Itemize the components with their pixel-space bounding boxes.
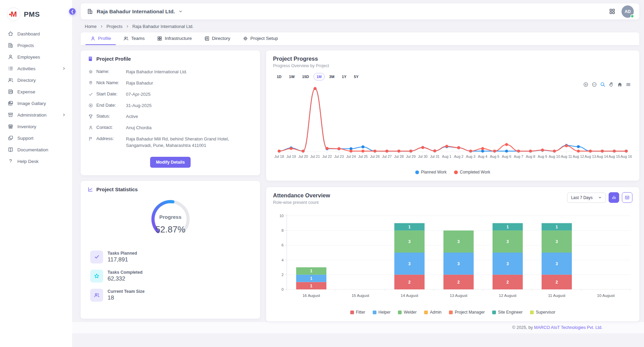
sidebar-item-support[interactable]: Support: [2, 132, 70, 144]
range-button-1w[interactable]: 1W: [286, 73, 298, 80]
bar-view-button[interactable]: [609, 192, 619, 203]
field-end-date: End Date: 31-Aug-2025: [87, 100, 253, 111]
legend-item-admin[interactable]: Admin: [424, 310, 441, 315]
selection-zoom-icon[interactable]: [600, 82, 606, 87]
modify-details-button[interactable]: Modify Details: [150, 157, 191, 168]
attendance-bar-chart[interactable]: 024681011116 August15 August233114 Augus…: [273, 205, 632, 307]
field-status: Status: Active: [87, 111, 253, 122]
breadcrumb-projects[interactable]: Projects: [107, 24, 123, 29]
range-button-3m[interactable]: 3M: [326, 73, 337, 80]
tab-profile[interactable]: Profile: [85, 32, 116, 45]
trophy-icon: [88, 114, 93, 119]
stat-label: Current Team Size: [108, 289, 145, 294]
tab-project-setup[interactable]: Project Setup: [238, 32, 283, 45]
legend-item-supervisor[interactable]: Supervisor: [530, 310, 555, 315]
field-value: 31-Aug-2025: [126, 103, 151, 109]
sidebar-item-administration[interactable]: Administration: [2, 109, 70, 121]
legend-item-project-manager[interactable]: Project Manager: [449, 310, 485, 315]
svg-text:3: 3: [457, 261, 460, 266]
sidebar-item-dashboard[interactable]: Dashboard: [2, 28, 70, 40]
svg-text:1: 1: [310, 284, 312, 288]
legend-item-welder[interactable]: Welder: [398, 310, 417, 315]
reset-home-icon[interactable]: [617, 82, 623, 87]
table-view-button[interactable]: [622, 192, 632, 203]
field-contact: Contact: Anuj Chordia: [87, 122, 253, 134]
breadcrumb-home[interactable]: Home: [85, 24, 97, 29]
sidebar-item-help-desk[interactable]: Help Desk: [2, 155, 70, 167]
legend-swatch: [492, 311, 496, 314]
sidebar-collapse-button[interactable]: ❮: [69, 8, 76, 15]
legend-label: Helper: [379, 310, 390, 315]
field-label: Start Date:: [96, 91, 123, 96]
tab-label: Directory: [212, 36, 230, 41]
stat-value: 18: [108, 295, 145, 301]
bar-chart-icon: [611, 195, 616, 200]
range-button-5y[interactable]: 5Y: [351, 73, 361, 80]
footer: © 2025, by MARCO AIoT Technologies Pvt. …: [72, 322, 644, 333]
user-avatar[interactable]: AD: [622, 5, 634, 18]
book-icon: [7, 147, 14, 153]
legend-item-site-engineer[interactable]: Site Engineer: [492, 310, 522, 315]
tab-label: Profile: [98, 36, 111, 41]
sidebar-item-directory[interactable]: Directory: [2, 74, 70, 86]
legend-swatch: [530, 311, 534, 314]
legend-item-helper[interactable]: Helper: [373, 310, 390, 315]
card-title: Project Profile: [96, 56, 131, 62]
svg-text:Aug 16: Aug 16: [621, 155, 632, 159]
tab-teams[interactable]: Teams: [118, 32, 149, 45]
field-label: End Date:: [96, 103, 123, 108]
stat-tasks-planned: Tasks Planned 117,891: [87, 247, 253, 267]
zoom-out-icon[interactable]: [592, 82, 597, 87]
svg-text:2: 2: [281, 273, 284, 277]
apps-grid-button[interactable]: [609, 8, 615, 15]
gauge-label: Progress: [148, 214, 193, 220]
field-label: Nick Name:: [96, 80, 123, 85]
sidebar-item-expense[interactable]: Expense: [2, 86, 70, 97]
stat-tasks-completed: Tasks Completed 62,332: [87, 267, 253, 286]
chevron-right-icon: [126, 25, 129, 28]
range-button-1m[interactable]: 1M: [313, 73, 325, 80]
legend-item-completed-work[interactable]: Completed Work: [454, 170, 490, 175]
sidebar-item-documentation[interactable]: Documentation: [2, 144, 70, 155]
date-range-select[interactable]: Last 7 Days: [567, 193, 606, 203]
menu-icon[interactable]: [626, 82, 631, 87]
legend-item-planned-work[interactable]: Planned Work: [415, 170, 447, 175]
sidebar-item-inventory[interactable]: Inventory: [2, 121, 70, 132]
legend-item-fitter[interactable]: Fitter: [350, 310, 365, 315]
sidebar-item-activities[interactable]: Activities: [2, 63, 70, 74]
range-button-15d[interactable]: 15D: [299, 73, 312, 80]
sidebar-item-employees[interactable]: Employees: [2, 51, 70, 63]
svg-text:8: 8: [281, 228, 284, 232]
field-address: Address: Raja Bahadur Mill Rd, behind Sh…: [87, 134, 253, 151]
svg-text:Jul 31: Jul 31: [430, 155, 439, 159]
company-selector[interactable]: Raja Bahadur International Ltd.: [87, 8, 183, 15]
legend-label: Supervisor: [536, 310, 555, 315]
tab-infrastructure[interactable]: Infrastructure: [152, 32, 197, 45]
sidebar-item-image-gallery[interactable]: Image Gallary: [2, 97, 70, 109]
gear-icon: [88, 69, 93, 74]
range-button-1y[interactable]: 1Y: [339, 73, 349, 80]
svg-text:10 August: 10 August: [597, 293, 615, 298]
team-icon: [94, 292, 100, 298]
field-label: Status:: [96, 114, 123, 119]
app-logo[interactable]: M PMS: [0, 5, 72, 27]
svg-text:Aug 9: Aug 9: [538, 155, 547, 159]
receipt-icon: [7, 89, 14, 95]
card-title: Project Statistics: [96, 186, 138, 192]
pan-icon[interactable]: [609, 82, 614, 87]
legend-label: Fitter: [356, 310, 365, 315]
legend-swatch: [415, 170, 419, 174]
svg-text:Aug 2: Aug 2: [454, 155, 464, 159]
svg-text:15 August: 15 August: [352, 293, 369, 298]
company-link[interactable]: MARCO AIoT Technologies Pvt. Ltd.: [534, 325, 602, 330]
fingerprint-icon: [88, 80, 93, 86]
range-button-1d[interactable]: 1D: [274, 73, 285, 80]
circle-dot-icon: [88, 103, 93, 108]
tab-directory[interactable]: Directory: [199, 32, 235, 45]
sidebar-item-projects[interactable]: Projects: [2, 40, 70, 51]
progress-line-chart[interactable]: Jul 18Jul 19Jul 20Jul 21Jul 22Jul 23Jul …: [273, 81, 632, 167]
person-icon: [7, 54, 14, 60]
logo-icon: M: [7, 7, 20, 21]
breadcrumb-current: Raja Bahadur International Ltd.: [132, 24, 194, 29]
zoom-in-icon[interactable]: [583, 82, 589, 87]
